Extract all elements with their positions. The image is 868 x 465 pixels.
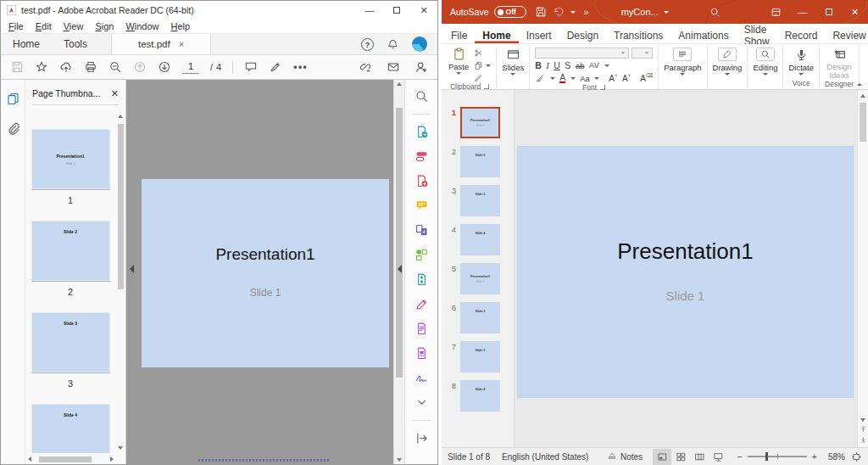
collapse-tools-handle[interactable]: [398, 265, 402, 273]
dictate-button[interactable]: Dictate: [788, 47, 814, 76]
highlight-dropdown-icon[interactable]: [550, 77, 555, 80]
font-size-select[interactable]: [632, 48, 653, 59]
zoom-slider-thumb[interactable]: [765, 452, 769, 461]
pdf-page-thumbnail[interactable]: Slide 33: [25, 312, 115, 404]
tab-tools[interactable]: Tools: [52, 38, 99, 50]
reading-view-button[interactable]: [690, 449, 709, 465]
search-icon[interactable]: [709, 7, 721, 18]
slide-thumbnail-image[interactable]: Slide 2: [460, 146, 500, 177]
slide-title-textbox[interactable]: Presentation1: [518, 238, 853, 265]
character-spacing-button[interactable]: AV: [589, 61, 599, 70]
slide-subtitle-textbox[interactable]: Slide 1: [518, 289, 853, 303]
page-thumbnails-icon[interactable]: [6, 92, 20, 106]
slide-thumbnail[interactable]: 5Presentation1Slide 1: [442, 263, 514, 294]
collapse-thumbnails-handle[interactable]: [130, 265, 134, 273]
slide-thumbnail-image[interactable]: Presentation1Slide 1: [460, 263, 500, 294]
pdf-thumbnail-image[interactable]: Slide 2: [31, 221, 110, 281]
language-status[interactable]: English (United States): [502, 452, 588, 462]
close-button[interactable]: ✕: [410, 1, 437, 20]
slide-thumbnail-image[interactable]: Slide 2: [460, 302, 500, 333]
compress-pdf-icon[interactable]: [415, 272, 429, 287]
bold-button[interactable]: B: [535, 61, 542, 70]
grow-font-button[interactable]: A˄: [609, 74, 617, 83]
italic-button[interactable]: I: [546, 61, 549, 70]
tab-record[interactable]: Record: [777, 24, 826, 43]
edit-pdf-icon[interactable]: [415, 149, 429, 164]
slide-editing-canvas[interactable]: Presentation1 Slide 1: [515, 90, 857, 447]
slide-thumbnail[interactable]: 2Slide 2: [442, 146, 514, 177]
drawing-button[interactable]: Drawing: [713, 47, 743, 76]
tab-design[interactable]: Design: [559, 24, 606, 43]
export-pdf-icon[interactable]: [415, 125, 429, 139]
pdf-document-canvas[interactable]: Presentation1 Slide 1: [126, 80, 393, 464]
tab-animations[interactable]: Animations: [670, 24, 736, 43]
undo-icon[interactable]: [553, 6, 565, 18]
share-link-icon[interactable]: [359, 60, 372, 74]
pdf-thumbnail-image[interactable]: Slide 3: [31, 312, 110, 373]
highlighter-icon[interactable]: [269, 60, 282, 74]
slide-thumbnail[interactable]: 1Presentation1Slide 1: [442, 107, 514, 138]
spacing-dropdown-icon[interactable]: [604, 64, 609, 67]
slide-vertical-scrollbar[interactable]: [857, 90, 868, 447]
font-name-select[interactable]: [535, 48, 629, 59]
star-favorite-icon[interactable]: [35, 60, 48, 74]
maximize-button[interactable]: [383, 1, 410, 20]
scroll-right-icon[interactable]: [110, 457, 114, 462]
zoom-in-button[interactable]: +: [810, 451, 820, 462]
protect-pdf-icon[interactable]: [415, 322, 429, 336]
previous-page-icon[interactable]: [133, 60, 147, 74]
copy-dropdown-icon[interactable]: [486, 64, 491, 67]
document-tab-close-icon[interactable]: ×: [179, 39, 184, 49]
scroll-down-icon[interactable]: [397, 458, 402, 462]
menu-sign[interactable]: Sign: [89, 21, 120, 31]
zoom-slider[interactable]: [748, 456, 807, 457]
account-avatar[interactable]: [412, 36, 427, 52]
scrollbar-thumb[interactable]: [860, 103, 866, 142]
normal-view-button[interactable]: [653, 449, 671, 465]
font-color-button[interactable]: A: [559, 74, 565, 83]
notes-button[interactable]: Notes: [607, 451, 643, 462]
text-highlight-icon[interactable]: [535, 73, 545, 83]
share-cloud-icon[interactable]: [59, 60, 73, 74]
next-slide-icon[interactable]: [860, 436, 867, 444]
fit-slide-to-window-icon[interactable]: [851, 451, 862, 462]
undo-dropdown-icon[interactable]: [570, 11, 576, 14]
document-tab[interactable]: test.pdf ×: [111, 34, 211, 54]
create-pdf-icon[interactable]: [415, 174, 429, 188]
organize-pages-icon[interactable]: [415, 248, 429, 262]
slide-sorter-view-button[interactable]: [671, 449, 690, 465]
more-tools-chevron-icon[interactable]: [415, 395, 429, 410]
save-icon[interactable]: [535, 6, 547, 18]
slideshow-view-button[interactable]: [709, 449, 727, 465]
font-color-dropdown-icon[interactable]: [570, 77, 576, 80]
combine-files-icon[interactable]: [415, 223, 429, 238]
menu-edit[interactable]: Edit: [30, 21, 58, 31]
slide[interactable]: Presentation1 Slide 1: [517, 146, 854, 398]
clear-formatting-button[interactable]: A⌫: [640, 73, 653, 83]
save-icon[interactable]: [10, 60, 24, 74]
scroll-up-icon[interactable]: [397, 82, 402, 86]
comment-tool-icon[interactable]: [415, 199, 429, 213]
new-slide-button[interactable]: Slides: [502, 47, 524, 76]
print-icon[interactable]: [84, 60, 97, 74]
close-button[interactable]: ✕: [842, 0, 868, 24]
paragraph-button[interactable]: Paragraph: [664, 47, 701, 76]
zoom-out-button[interactable]: −: [734, 451, 744, 462]
page-number-input[interactable]: 1: [182, 60, 199, 74]
tab-home[interactable]: Home: [1, 38, 52, 50]
comment-icon[interactable]: [244, 60, 258, 74]
ribbon-display-options-icon[interactable]: [771, 7, 782, 18]
tab-review[interactable]: Review: [825, 24, 868, 43]
prepare-form-icon[interactable]: [415, 346, 429, 361]
scrollbar-thumb[interactable]: [39, 457, 92, 462]
previous-slide-icon[interactable]: [860, 425, 867, 433]
maximize-button[interactable]: [815, 0, 842, 24]
underline-button[interactable]: U: [554, 61, 560, 70]
slide-thumbnail[interactable]: 6Slide 2: [442, 302, 514, 333]
minimize-button[interactable]: —: [356, 1, 383, 20]
slide-thumbnail[interactable]: 8Slide 4: [442, 380, 514, 412]
scrollbar-thumb[interactable]: [396, 108, 403, 378]
shrink-font-button[interactable]: A˅: [622, 74, 631, 83]
help-icon[interactable]: ?: [361, 38, 374, 51]
collapse-ribbon-icon[interactable]: [857, 83, 862, 86]
